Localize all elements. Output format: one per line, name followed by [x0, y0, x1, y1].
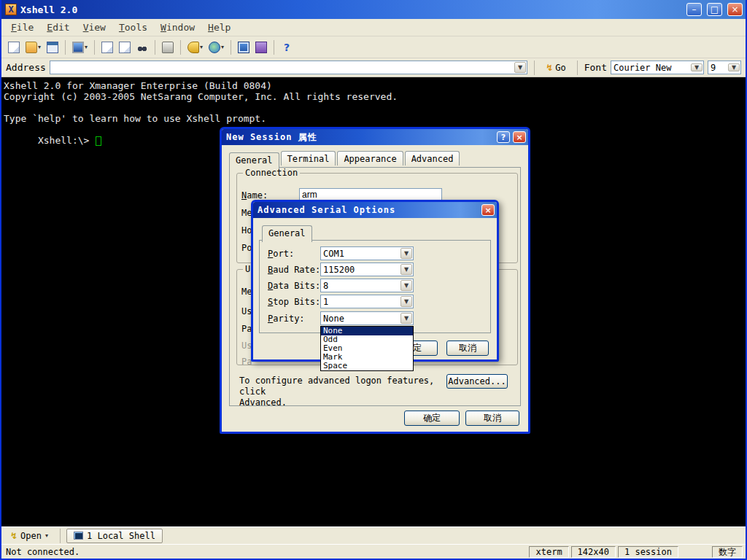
help-icon: ? — [281, 42, 293, 53]
new-session-dialog-titlebar[interactable]: New Session 属性 ? × — [222, 129, 528, 145]
address-dropdown-icon[interactable]: ▼ — [514, 62, 526, 73]
open-dropdown-icon[interactable]: ▾ — [38, 44, 41, 50]
close-button[interactable]: × — [727, 3, 743, 16]
copy-button[interactable] — [99, 39, 115, 56]
address-bar: Address ▼ ↯ Go Font Courier New ▼ 9 ▼ — [1, 58, 746, 77]
menu-edit[interactable]: Edit — [40, 20, 76, 35]
parity-combo[interactable]: None ▼ — [320, 311, 414, 325]
menu-file[interactable]: File — [4, 20, 40, 35]
port-combo[interactable]: COM1 ▼ — [320, 246, 414, 260]
stop-bits-combo[interactable]: 1 ▼ — [320, 295, 414, 308]
open-session-button[interactable]: ▾ — [23, 39, 43, 56]
open-folder-icon — [26, 42, 37, 53]
font-size-combo[interactable]: 9 ▼ — [708, 61, 741, 74]
tab-general[interactable]: General — [229, 152, 279, 169]
serial-tab-general[interactable]: General — [262, 225, 312, 242]
connect-button[interactable]: ▾ — [185, 39, 205, 56]
open-label: Open — [20, 531, 42, 541]
toolbar-separator — [155, 40, 155, 55]
serial-dialog-title: Advanced Serial Options — [258, 205, 479, 215]
local-shell-icon — [74, 532, 83, 540]
find-button[interactable] — [134, 39, 150, 56]
manual-button[interactable] — [253, 39, 269, 56]
font-size-dropdown-icon[interactable]: ▼ — [728, 63, 740, 71]
serial-options-dialog: Advanced Serial Options × General Port: … — [251, 200, 499, 362]
status-terminal-size: 142x40 — [571, 546, 616, 558]
open-button[interactable]: ↯ Open ▾ — [4, 529, 54, 543]
baud-rate-label: Baud Rate: — [268, 265, 320, 275]
tab-advanced[interactable]: Advanced — [405, 151, 460, 166]
properties-button[interactable]: ▾ — [70, 39, 90, 56]
globe-icon — [209, 42, 220, 53]
stop-bits-value: 1 — [323, 297, 328, 307]
toolbar: ▾ ▾ ▾ ▾ ? — [1, 36, 746, 58]
parity-dropdown-list: None Odd Even Mark Space — [320, 326, 414, 371]
terminal-prompt: Xshell:\> — [38, 135, 95, 146]
serial-dialog-close-button[interactable]: × — [481, 204, 495, 216]
save-button[interactable] — [44, 39, 61, 56]
web-dropdown-icon[interactable]: ▾ — [221, 44, 224, 50]
menu-window[interactable]: Window — [154, 20, 201, 35]
tab-appearance[interactable]: Appearance — [337, 151, 403, 166]
session-cancel-button[interactable]: 取消 — [465, 411, 519, 426]
open-arrow-icon[interactable]: ▾ — [45, 532, 48, 539]
font-name-combo[interactable]: Courier New ▼ — [611, 61, 704, 74]
baud-rate-value: 115200 — [323, 265, 355, 275]
dialog-help-button[interactable]: ? — [497, 131, 510, 143]
address-label: Address — [6, 62, 46, 73]
parity-value: None — [323, 314, 344, 324]
baud-rate-combo[interactable]: 115200 ▼ — [320, 262, 414, 276]
data-bits-combo[interactable]: 8 ▼ — [320, 279, 414, 292]
advanced-button[interactable]: Advanced... — [446, 374, 508, 389]
titlebar: X Xshell 2.0 – □ × — [1, 0, 746, 19]
session-tab-label: 1 Local Shell — [87, 531, 155, 541]
address-input[interactable] — [50, 61, 514, 74]
font-name-value: Courier New — [614, 63, 690, 73]
port-value: COM1 — [323, 249, 344, 259]
stop-bits-dropdown-icon[interactable]: ▼ — [400, 296, 412, 307]
addressbar-separator — [577, 61, 578, 75]
minimize-button[interactable]: – — [686, 3, 702, 16]
xmanager-icon — [238, 42, 249, 53]
restore-button[interactable]: □ — [707, 3, 722, 16]
addressbar-separator — [534, 61, 535, 75]
properties-dropdown-icon[interactable]: ▾ — [85, 44, 88, 50]
port-label: Port: — [268, 249, 294, 259]
font-name-dropdown-icon[interactable]: ▼ — [691, 63, 703, 71]
dialog-close-button[interactable]: × — [513, 131, 526, 143]
connect-dropdown-icon[interactable]: ▾ — [200, 44, 203, 50]
paste-button[interactable] — [117, 39, 133, 56]
print-button[interactable] — [160, 39, 176, 56]
copy-icon — [101, 42, 113, 53]
address-combo[interactable]: ▼ — [50, 61, 527, 74]
toolbar-separator — [65, 40, 66, 55]
serial-cancel-button[interactable]: 取消 — [446, 341, 489, 356]
key-icon — [187, 42, 199, 53]
baud-rate-dropdown-icon[interactable]: ▼ — [400, 264, 412, 275]
web-button[interactable]: ▾ — [206, 39, 226, 56]
terminal-cursor — [96, 136, 101, 146]
new-session-button[interactable] — [6, 39, 22, 56]
menu-view[interactable]: View — [77, 20, 112, 35]
save-icon — [47, 42, 58, 53]
go-button[interactable]: ↯ Go — [541, 61, 570, 74]
toolbar-separator — [274, 40, 274, 55]
help-button[interactable]: ? — [279, 39, 295, 56]
data-bits-dropdown-icon[interactable]: ▼ — [400, 280, 412, 291]
serial-dialog-titlebar[interactable]: Advanced Serial Options × — [253, 202, 497, 218]
manual-icon — [255, 42, 267, 53]
menu-tools[interactable]: Tools — [112, 20, 154, 35]
parity-dropdown-icon[interactable]: ▼ — [400, 313, 412, 324]
parity-option-space[interactable]: Space — [321, 362, 413, 370]
xmanager-button[interactable] — [236, 39, 252, 56]
tab-terminal[interactable]: Terminal — [281, 151, 336, 166]
properties-icon — [72, 42, 84, 53]
terminal-line — [4, 102, 743, 113]
app-icon: X — [5, 4, 17, 15]
port-dropdown-icon[interactable]: ▼ — [400, 248, 412, 259]
session-tab-local-shell[interactable]: 1 Local Shell — [66, 529, 163, 543]
session-ok-button[interactable]: 确定 — [404, 411, 460, 426]
new-session-icon — [8, 42, 20, 53]
app-window: X Xshell 2.0 – □ × File Edit View Tools … — [0, 0, 747, 560]
menu-help[interactable]: Help — [201, 20, 237, 35]
